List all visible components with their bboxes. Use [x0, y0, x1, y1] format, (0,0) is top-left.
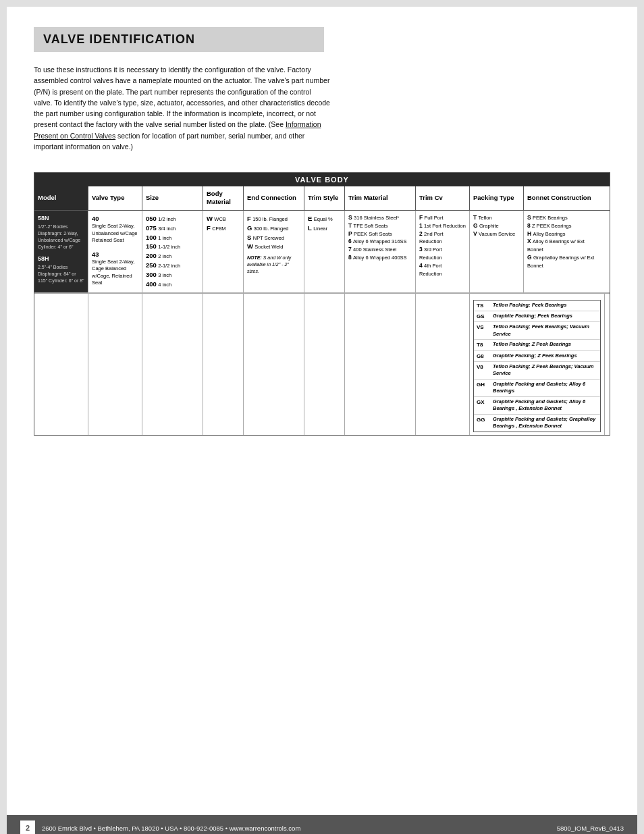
packing-ext-gh: GH Graphite Packing and Gaskets; Alloy 6… [474, 380, 600, 397]
packing-v: V Vacuum Service [473, 230, 520, 238]
size-250: 250 2-1/2 inch [146, 261, 199, 270]
packing-ext-gs: GS Graphite Packing; Peek Bearings [474, 311, 600, 322]
col-header-trim-cv: Trim Cv [416, 186, 470, 210]
cell-size: 050 1/2 inch 075 3/4 inch 100 1 inch 150… [142, 211, 203, 292]
col-header-body-material: Body Material [203, 186, 244, 210]
packing-ext-ts: TS Teflon Packing; Peek Bearings [474, 301, 600, 311]
size-400: 400 4 inch [146, 280, 199, 289]
intro-body: To use these instructions it is necessar… [34, 66, 330, 151]
trim-style-l: L Linear [308, 224, 341, 233]
table-header-row: Model Valve Type Size Body Material End … [34, 186, 610, 211]
intro-text: To use these instructions it is necessar… [34, 64, 331, 152]
packing-ext-gx: GX Graphite Packing and Gaskets; Alloy 6… [474, 397, 600, 415]
packing-extended-table: TS Teflon Packing; Peek Bearings GS Grap… [473, 300, 601, 432]
cell-model: 58N 1/2"-2" Bodies Diaphragm: 2-Way, Unb… [34, 211, 88, 292]
size-050: 050 1/2 inch [146, 214, 199, 224]
page: VALVE IDENTIFICATION To use these instru… [7, 7, 637, 834]
footer-doc-number: 5800_IOM_RevB_0413 [557, 825, 624, 832]
col-header-end-connection: End Connection [244, 186, 304, 210]
bonnet-8: 8 Z PEEK Bearings [527, 222, 601, 230]
end-conn-g: G 300 lb. Flanged [247, 224, 300, 233]
footer-left: 2 2600 Emrick Blvd • Bethlehem, PA 18020… [20, 820, 300, 834]
trim-cv-f: F Full Port [419, 214, 466, 222]
size-200: 200 2 inch [146, 251, 199, 261]
page-title: VALVE IDENTIFICATION [43, 32, 315, 47]
trim-cv-4: 4 4th Port Reduction [419, 262, 466, 278]
model-58h-desc: 2.5"-4" Bodies Diaphragm: 84" or 115" Cy… [38, 264, 84, 284]
cell-trim-cv: F Full Port 1 1st Port Reduction 2 2nd P… [416, 211, 470, 292]
size-300: 300 3 inch [146, 270, 199, 280]
trim-style-e: E Equal % [308, 214, 341, 224]
cell-packing-type: T Teflon G Graphite V Vacuum Service [470, 211, 524, 292]
end-conn-f: F 150 lb. Flanged [247, 214, 300, 224]
cell-bonnet-construction: S PEEK Bearings 8 Z PEEK Bearings H Allo… [524, 211, 605, 292]
end-conn-w: W Socket Weld [247, 242, 300, 251]
valve-type-43: 43 [92, 250, 138, 259]
packing-ext-t8: T8 Teflon Packing; Z Peek Bearings [474, 340, 600, 350]
packing-extended-content: TS Teflon Packing; Peek Bearings GS Grap… [470, 294, 605, 435]
footer: 2 2600 Emrick Blvd • Bethlehem, PA 18020… [7, 815, 637, 834]
trim-cv-2: 2 2nd Port Reduction [419, 230, 466, 246]
bonnet-h: H Alloy Bearings [527, 230, 601, 238]
packing-ext-v8: V8 Teflon Packing; Z Peek Bearings; Vacu… [474, 362, 600, 380]
footer-address: 2600 Emrick Blvd • Bethlehem, PA 18020 •… [42, 825, 300, 832]
packing-t: T Teflon [473, 214, 520, 222]
packing-g: G Graphite [473, 222, 520, 230]
cell-body-material: W WCB F CF8M [203, 211, 244, 292]
col-header-bonnet: Bonnet Construction [524, 186, 605, 210]
packing-ext-vs: VS Teflon Packing; Peek Bearings; Vacuum… [474, 322, 600, 340]
cell-valve-type: 40 Single Seat 2-Way, Unbalanced w/Cage … [88, 211, 142, 292]
trim-mat-s: S 316 Stainless Steel* [348, 214, 412, 222]
body-mat-w: W WCB [207, 214, 240, 224]
trim-cv-1: 1 1st Port Reduction [419, 222, 466, 230]
col-header-model: Model [34, 186, 88, 210]
body-mat-f: F CF8M [207, 224, 240, 233]
cell-trim-style: E Equal % L Linear [304, 211, 345, 292]
trim-mat-t: T TFE Soft Seats [348, 222, 412, 230]
col-header-trim-material: Trim Material [345, 186, 416, 210]
packing-extended-row: TS Teflon Packing; Peek Bearings GS Grap… [34, 293, 610, 435]
model-58n-desc: 1/2"-2" Bodies Diaphragm: 2-Way, Unbalan… [38, 224, 84, 250]
title-section: VALVE IDENTIFICATION [34, 27, 324, 52]
model-58h: 58H [38, 255, 84, 263]
packing-ext-g8: G8 Graphite Packing; Z Peek Bearings [474, 351, 600, 362]
trim-mat-p: P PEEK Soft Seats [348, 230, 412, 238]
trim-mat-6: 6 Alloy 6 Wrapped 316SS [348, 238, 412, 246]
trim-mat-8: 8 Alloy 6 Wrapped 400SS [348, 254, 412, 262]
bonnet-s: S PEEK Bearings [527, 214, 601, 222]
packing-ext-gg: GG Graphite Packing and Gaskets; Graphal… [474, 415, 600, 432]
size-150: 150 1-1/2 inch [146, 242, 199, 251]
size-100: 100 1 inch [146, 233, 199, 242]
trim-cv-3: 3 3rd Port Reduction [419, 246, 466, 262]
col-header-size: Size [142, 186, 203, 210]
valve-type-40-desc: Single Seat 2-Way, Unbalanced w/Cage Ret… [92, 223, 138, 244]
col-header-packing: Packing Type [470, 186, 524, 210]
cell-end-connection: F 150 lb. Flanged G 300 lb. Flanged S NP… [244, 211, 304, 292]
footer-page-number: 2 [20, 820, 35, 834]
bonnet-g: G Graphalloy Bearings w/ Ext Bonnet [527, 254, 601, 270]
table-data-row: 58N 1/2"-2" Bodies Diaphragm: 2-Way, Unb… [34, 211, 610, 293]
valve-type-43-desc: Single Seat 2-Way, Cage Balanced w/Cage,… [92, 259, 138, 287]
model-58n: 58N [38, 214, 84, 223]
col-header-valve-type: Valve Type [88, 186, 142, 210]
cell-trim-material: S 316 Stainless Steel* T TFE Soft Seats … [345, 211, 416, 292]
trim-mat-7: 7 400 Stainless Steel [348, 246, 412, 254]
valve-type-40: 40 [92, 214, 138, 223]
size-075: 075 3/4 inch [146, 224, 199, 233]
col-header-trim-style: Trim Style [304, 186, 345, 210]
end-conn-s: S NPT Screwed [247, 233, 300, 242]
end-conn-note: NOTE: S and W only available in 1/2" - 2… [247, 255, 300, 274]
valve-body-table: VALVE BODY Model Valve Type Size Body Ma… [34, 172, 610, 436]
bonnet-x: X Alloy 6 Bearings w/ Ext Bonnet [527, 238, 601, 254]
valve-body-header: VALVE BODY [34, 173, 610, 186]
info-link[interactable]: Information Present on Control Valves [34, 120, 321, 139]
